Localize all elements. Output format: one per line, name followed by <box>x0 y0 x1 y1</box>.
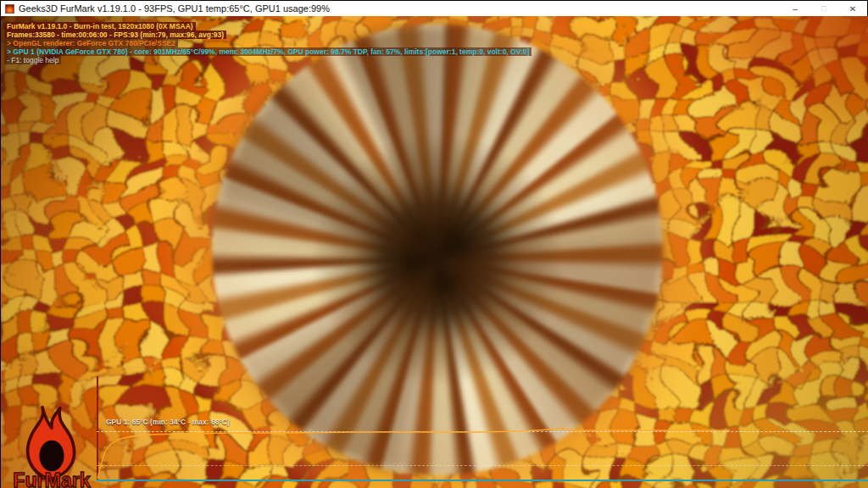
osd-line-help: - F1: toggle help <box>4 56 61 64</box>
mosaic-background <box>1 16 868 488</box>
render-viewport: FurMark v1.19.1.0 - Burn-in test, 1920x1… <box>1 16 868 488</box>
titlebar[interactable]: Geeks3D FurMark v1.19.1.0 - 93FPS, GPU1 … <box>1 1 867 16</box>
window-title: Geeks3D FurMark v1.19.1.0 - 93FPS, GPU1 … <box>19 3 330 14</box>
window-controls: – □ ✕ <box>781 1 867 16</box>
osd-line-renderer: > OpenGL renderer: GeForce GTX 780/PCIe/… <box>4 39 178 47</box>
furmark-window: Geeks3D FurMark v1.19.1.0 - 93FPS, GPU1 … <box>0 0 868 488</box>
osd-stats: FurMark v1.19.1.0 - Burn-in test, 1920x1… <box>4 22 531 64</box>
furmark-flame-icon <box>5 4 14 14</box>
minimize-button[interactable]: – <box>781 1 810 16</box>
osd-line-gpu: > GPU 1 (NVIDIA GeForce GTX 780) - core:… <box>4 47 531 56</box>
maximize-button[interactable]: □ <box>810 1 838 16</box>
osd-line-frames: Frames:33580 - time:00:06:00 - FPS:93 (m… <box>4 30 226 39</box>
close-button[interactable]: ✕ <box>838 1 867 16</box>
osd-line-version: FurMark v1.19.1.0 - Burn-in test, 1920x1… <box>4 22 196 30</box>
